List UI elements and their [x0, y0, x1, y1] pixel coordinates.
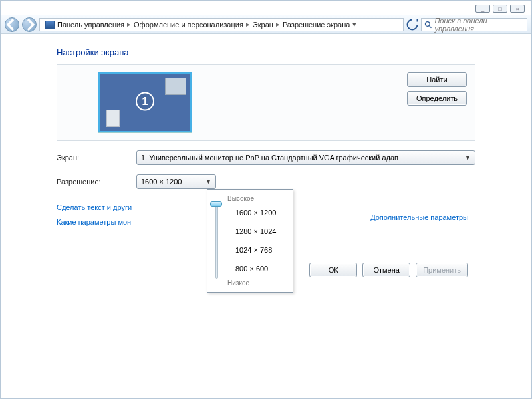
advanced-settings-link[interactable]: Дополнительные параметры: [370, 213, 468, 221]
content: Настройки экрана 1 Найти Определить Экра…: [1, 34, 531, 398]
close-button[interactable]: ×: [510, 5, 525, 13]
resolution-select[interactable]: 1600 × 1200 ▼: [136, 174, 216, 189]
forward-button[interactable]: [22, 17, 37, 32]
crumb-3[interactable]: Разрешение экрана: [283, 21, 350, 29]
crumb-1[interactable]: Оформление и персонализация: [134, 21, 243, 29]
back-button[interactable]: [5, 17, 19, 32]
screen-select[interactable]: 1. Универсальный монитор не PnP на Станд…: [136, 150, 475, 165]
ok-button[interactable]: ОК: [309, 263, 357, 277]
breadcrumb[interactable]: Панель управления▸ Оформление и персонал…: [39, 18, 404, 31]
maximize-button[interactable]: □: [493, 5, 507, 13]
resolution-dropdown: Высокое 1600 × 1200 1280 × 1024 1024 × 7…: [207, 189, 293, 293]
chevron-down-icon: ▼: [465, 154, 471, 161]
crumb-0[interactable]: Панель управления: [57, 21, 124, 29]
identify-button[interactable]: Определить: [407, 91, 467, 106]
toolbar: Панель управления▸ Оформление и персонал…: [1, 15, 531, 34]
chevron-right-icon: ▸: [127, 20, 131, 29]
titlebar-buttons: _ □ ×: [475, 5, 525, 13]
svg-line-1: [430, 25, 432, 27]
chevron-down-icon: ▼: [205, 178, 211, 185]
monitor-number: 1: [136, 92, 154, 111]
dropdown-high-label: Высокое: [227, 195, 287, 202]
resolution-row: Разрешение: 1600 × 1200 ▼: [57, 174, 475, 189]
resolution-value: 1600 × 1200: [141, 178, 182, 186]
preview-area: 1 Найти Определить: [57, 64, 475, 141]
search-input[interactable]: Поиск в панели управления: [421, 18, 527, 31]
arrow-right-icon: [23, 18, 36, 31]
resolution-option[interactable]: 1024 × 768: [213, 241, 287, 259]
breadcrumb-dropdown[interactable]: ▾: [350, 20, 359, 29]
screen-row: Экран: 1. Универсальный монитор не PnP н…: [57, 150, 475, 165]
apply-button[interactable]: Применить: [416, 263, 468, 277]
svg-point-0: [425, 21, 430, 26]
chevron-right-icon: ▸: [246, 20, 250, 29]
resolution-option[interactable]: 1600 × 1200: [213, 203, 287, 222]
dialog-buttons: ОК Отмена Применить: [309, 263, 468, 277]
window: _ □ × Панель управления▸ Оформление и пе…: [0, 0, 532, 399]
screen-value: 1. Универсальный монитор не PnP на Станд…: [141, 154, 398, 162]
preview-buttons: Найти Определить: [407, 72, 467, 106]
refresh-icon: [406, 19, 418, 31]
close-icon: ×: [516, 6, 519, 12]
maximize-icon: □: [499, 6, 502, 12]
resolution-option[interactable]: 532 × 399: [213, 259, 287, 278]
find-button[interactable]: Найти: [407, 72, 467, 87]
search-placeholder: Поиск в панели управления: [434, 17, 524, 33]
dropdown-low-label: Низкое: [227, 279, 287, 287]
control-panel-icon: [45, 21, 55, 29]
search-icon: [424, 21, 432, 29]
page-title: Настройки экрана: [57, 47, 475, 57]
chevron-right-icon: ▸: [276, 20, 280, 29]
screen-label: Экран:: [57, 154, 130, 162]
minimize-icon: _: [481, 6, 484, 12]
cancel-button[interactable]: Отмена: [362, 263, 410, 277]
refresh-button[interactable]: [406, 19, 418, 31]
resolution-label: Разрешение:: [57, 178, 130, 186]
crumb-2[interactable]: Экран: [253, 21, 273, 29]
minimize-button[interactable]: _: [475, 5, 490, 13]
monitor-preview[interactable]: 1: [98, 72, 192, 132]
resolution-option[interactable]: 1280 × 1024: [213, 222, 287, 241]
arrow-left-icon: [5, 18, 19, 31]
